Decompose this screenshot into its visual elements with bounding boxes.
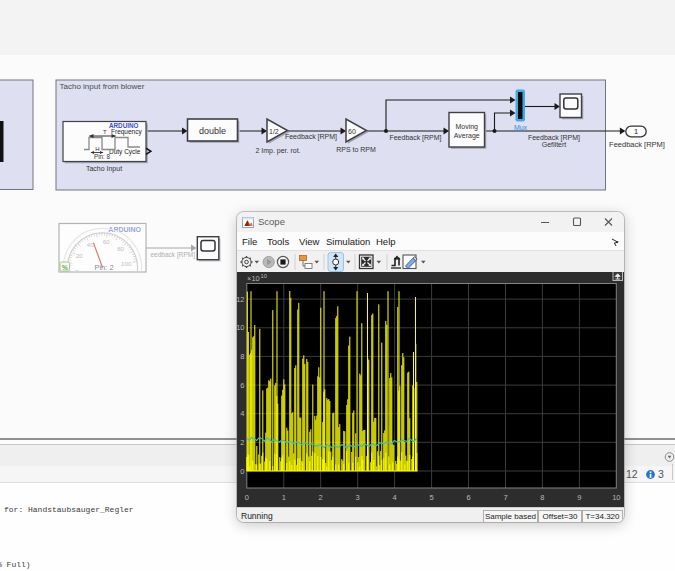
svg-text:eedback [RPM]: eedback [RPM] xyxy=(151,251,196,259)
svg-text:4: 4 xyxy=(240,409,244,418)
svg-text:2: 2 xyxy=(319,493,323,502)
svg-text:10: 10 xyxy=(237,323,245,332)
svg-text:ARDUINO: ARDUINO xyxy=(108,226,141,233)
svg-text:4: 4 xyxy=(393,493,397,502)
svg-text:2 Imp. per. rot.: 2 Imp. per. rot. xyxy=(255,147,300,155)
svg-text:60: 60 xyxy=(103,238,110,245)
svg-text:8: 8 xyxy=(240,352,244,361)
svg-text:7: 7 xyxy=(503,493,507,502)
svg-text:10: 10 xyxy=(612,493,620,502)
svg-text:Tacho input from blower: Tacho input from blower xyxy=(60,82,145,91)
svg-text:1: 1 xyxy=(634,127,638,136)
svg-text:1/2: 1/2 xyxy=(269,128,279,135)
svg-text:9: 9 xyxy=(577,493,581,502)
svg-text:Tacho Input: Tacho Input xyxy=(86,165,122,173)
svg-text:Gefiltert: Gefiltert xyxy=(542,141,567,148)
svg-text:12: 12 xyxy=(237,295,245,304)
svg-text:20: 20 xyxy=(76,252,83,259)
svg-text:Moving: Moving xyxy=(455,123,478,131)
svg-text:6: 6 xyxy=(466,493,470,502)
svg-text:100: 100 xyxy=(121,260,132,267)
svg-text:0: 0 xyxy=(240,467,244,476)
svg-text:60: 60 xyxy=(348,128,356,135)
svg-text:Frequency: Frequency xyxy=(111,128,142,136)
svg-text:Feedback [RPM]: Feedback [RPM] xyxy=(285,133,337,141)
svg-text:5: 5 xyxy=(430,493,434,502)
svg-text:80: 80 xyxy=(117,245,124,252)
svg-text:Mux: Mux xyxy=(514,124,528,131)
svg-text:double: double xyxy=(199,126,226,136)
svg-text:Feedback [RPM]: Feedback [RPM] xyxy=(609,140,665,149)
svg-text:Feedback [RPM]: Feedback [RPM] xyxy=(389,134,441,142)
svg-text:3: 3 xyxy=(356,493,360,502)
svg-text:8: 8 xyxy=(540,493,544,502)
svg-text:H: H xyxy=(95,146,99,152)
svg-text:1: 1 xyxy=(282,493,286,502)
svg-text:0: 0 xyxy=(245,493,249,502)
svg-text:Pin: 8: Pin: 8 xyxy=(94,153,111,160)
svg-text:6: 6 xyxy=(240,381,244,390)
svg-text:Pin: 2: Pin: 2 xyxy=(94,263,113,272)
svg-text:Average: Average xyxy=(454,132,480,140)
svg-text:×10: ×10 xyxy=(247,274,260,283)
svg-text:2: 2 xyxy=(240,438,244,447)
svg-text:%: % xyxy=(62,264,68,271)
svg-text:10: 10 xyxy=(261,273,267,279)
svg-text:40: 40 xyxy=(87,241,94,248)
svg-text:RPS to RPM: RPS to RPM xyxy=(336,146,376,153)
svg-text:T: T xyxy=(103,129,107,135)
